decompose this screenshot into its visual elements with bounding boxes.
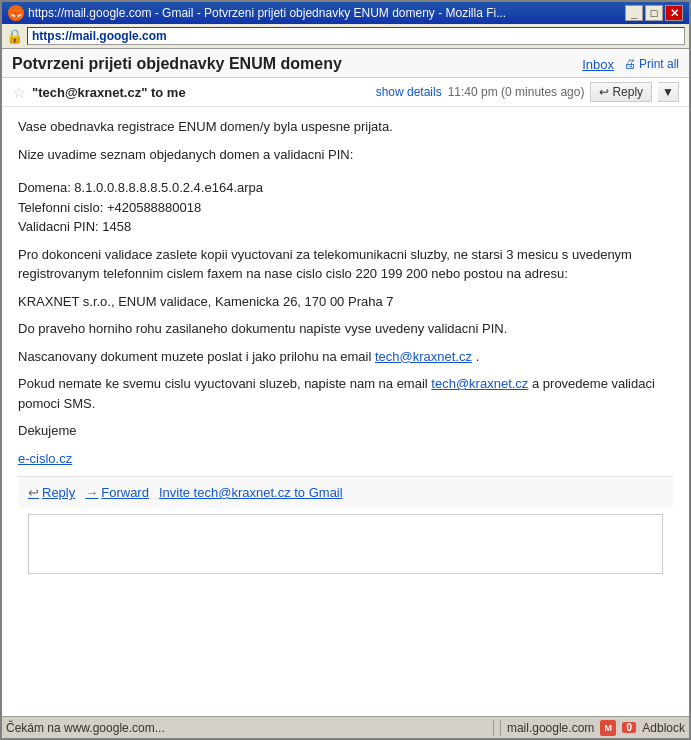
adblock-label: Adblock: [642, 721, 685, 735]
email-meta-bar: ☆ "tech@kraxnet.cz" to me show details 1…: [2, 78, 689, 107]
body-thanks: Dekujeme: [18, 421, 673, 441]
email-body: Vase obednavka registrace ENUM domen/y b…: [2, 107, 689, 716]
body-para1: Pro dokonceni validace zaslete kopii vyu…: [18, 245, 673, 284]
status-left: Čekám na www.google.com...: [6, 721, 487, 735]
body-line2: Nize uvadime seznam objedanych domen a v…: [18, 145, 673, 165]
reply-text-box[interactable]: [28, 514, 663, 574]
phone-label: Telefonni cislo: +420588880018: [18, 198, 673, 218]
email-footer-actions: ↩ Reply → Forward Invite tech@kraxnet.cz…: [18, 476, 673, 508]
body-para4: Pokud nemate ke svemu cislu vyuctovani s…: [18, 374, 673, 413]
title-bar: 🦊 https://mail.google.com - Gmail - Potv…: [2, 2, 689, 24]
reply-icon: ↩: [28, 485, 39, 500]
browser-title: https://mail.google.com - Gmail - Potvrz…: [28, 6, 506, 20]
inbox-link[interactable]: Inbox: [582, 57, 614, 72]
mail-count-badge: 0: [622, 722, 636, 733]
body-para3: Nascanovany dokument muzete poslat i jak…: [18, 347, 673, 367]
domain-label: Domena: 8.1.0.0.8.8.8.8.5.0.2.4.e164.arp…: [18, 178, 673, 198]
domain-info: Domena: 8.1.0.0.8.8.8.8.5.0.2.4.e164.arp…: [18, 178, 673, 237]
gmail-content: Potvrzeni prijeti objednavky ENUM domeny…: [2, 49, 689, 716]
loading-text: Čekám na www.google.com...: [6, 721, 165, 735]
show-details-link[interactable]: show details: [376, 85, 442, 99]
email-link1[interactable]: tech@kraxnet.cz: [375, 349, 472, 364]
star-icon[interactable]: ☆: [12, 83, 26, 102]
close-button[interactable]: ✕: [665, 5, 683, 21]
browser-frame: 🦊 https://mail.google.com - Gmail - Potv…: [0, 0, 691, 740]
footer-reply-button[interactable]: ↩ Reply: [28, 485, 75, 500]
sender-name: "tech@kraxnet.cz" to me: [32, 85, 186, 100]
footer-invite-button[interactable]: Invite tech@kraxnet.cz to Gmail: [159, 485, 343, 500]
address-input[interactable]: [27, 27, 685, 45]
printer-icon: 🖨: [624, 57, 636, 71]
forward-icon: →: [85, 485, 98, 500]
reply-dropdown-button[interactable]: ▼: [658, 82, 679, 102]
footer-forward-button[interactable]: → Forward: [85, 485, 149, 500]
address-bar: 🔒: [2, 24, 689, 49]
reply-arrow-icon: ↩: [599, 85, 609, 99]
email-time: 11:40 pm (0 minutes ago): [448, 85, 585, 99]
main-email-area: Vase obednavka registrace ENUM domen/y b…: [2, 107, 689, 716]
status-divider: [493, 720, 494, 736]
reply-button[interactable]: ↩ Reply: [590, 82, 652, 102]
gmail-status-icon: M: [600, 720, 616, 736]
status-right: mail.google.com M 0 Adblock: [500, 720, 685, 736]
body-address: KRAXNET s.r.o., ENUM validace, Kamenicka…: [18, 292, 673, 312]
email-link2[interactable]: tech@kraxnet.cz: [431, 376, 528, 391]
minimize-button[interactable]: _: [625, 5, 643, 21]
body-line1: Vase obednavka registrace ENUM domen/y b…: [18, 117, 673, 137]
time-info: show details 11:40 pm (0 minutes ago) ↩ …: [376, 82, 679, 102]
maximize-button[interactable]: □: [645, 5, 663, 21]
lock-icon: 🔒: [6, 28, 23, 44]
body-para2: Do praveho horniho rohu zasilaneho dokum…: [18, 319, 673, 339]
website-link[interactable]: e-cislo.cz: [18, 451, 72, 466]
print-all-link[interactable]: 🖨 Print all: [624, 57, 679, 71]
sender-info: "tech@kraxnet.cz" to me: [32, 85, 376, 100]
email-subject: Potvrzeni prijeti objednavky ENUM domeny: [12, 55, 572, 73]
status-domain: mail.google.com: [507, 721, 594, 735]
status-bar: Čekám na www.google.com... mail.google.c…: [2, 716, 689, 738]
window-controls: _ □ ✕: [625, 5, 683, 21]
firefox-icon: 🦊: [8, 5, 24, 21]
body-website: e-cislo.cz: [18, 449, 673, 469]
title-bar-left: 🦊 https://mail.google.com - Gmail - Potv…: [8, 5, 506, 21]
email-subject-bar: Potvrzeni prijeti objednavky ENUM domeny…: [2, 49, 689, 78]
pin-label: Validacni PIN: 1458: [18, 217, 673, 237]
